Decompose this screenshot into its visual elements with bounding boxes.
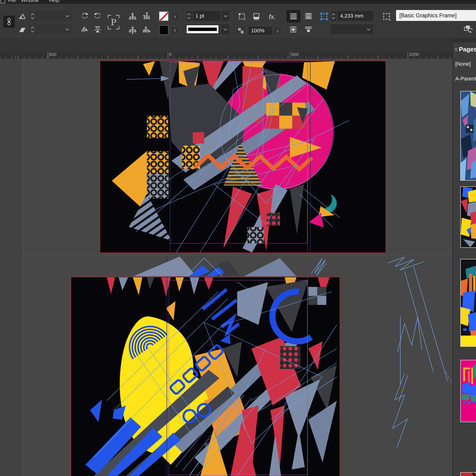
page-thumbnail-1[interactable]	[460, 91, 476, 181]
chevron-down-icon	[223, 15, 228, 18]
chevron-down-icon	[65, 28, 70, 31]
pages-panel-title: Pages	[459, 46, 476, 53]
fill-swatch-black[interactable]	[159, 25, 169, 35]
page-thumbnail-4[interactable]	[460, 360, 476, 422]
object-style-dropdown[interactable]: [Basic Graphics Frame]	[396, 10, 476, 21]
rotate-ccw-button[interactable]	[93, 11, 102, 20]
rotation-angle-field[interactable]	[28, 11, 72, 21]
stroke-swatch-none[interactable]	[159, 11, 169, 21]
menu-file[interactable]: File	[8, 0, 16, 3]
page-thumbnail-5[interactable]	[460, 472, 476, 476]
corner-options-button[interactable]	[238, 12, 247, 21]
divider	[1, 7, 2, 35]
pasteboard-artwork	[0, 59, 452, 476]
pages-panel-header[interactable]: ◊Pages	[455, 46, 476, 53]
opacity-icon	[236, 26, 246, 35]
stroke-style-dropdown[interactable]	[185, 24, 221, 35]
stroke-weight-stepper[interactable]	[185, 11, 192, 21]
frame-fitting-button[interactable]	[319, 12, 329, 21]
jump-object-button[interactable]	[302, 24, 315, 35]
corner-radius-field[interactable]: 4,233 mm	[337, 11, 374, 21]
panel-collapse-icon[interactable]: ◊	[455, 47, 458, 52]
horizontal-ruler[interactable]: 500 0 500 1000	[0, 51, 452, 59]
corner-radius-stepper[interactable]	[330, 11, 337, 21]
redefine-style-button[interactable]	[463, 24, 474, 35]
menu-bar: File Window Help	[0, 0, 476, 4]
ruler-label: 500	[48, 52, 56, 58]
wrap-object-shape-button[interactable]	[287, 24, 300, 35]
chevron-down-icon	[366, 28, 371, 31]
pages-panel: ◊Pages [None] A-Parent	[452, 38, 476, 476]
shear-angle-field[interactable]	[28, 24, 72, 35]
chevron-down-icon	[65, 15, 70, 18]
divider	[319, 7, 319, 35]
effects-button[interactable]: fx.	[266, 12, 279, 22]
master-a-parent[interactable]: A-Parent	[455, 76, 476, 82]
no-text-wrap-button[interactable]	[287, 10, 300, 22]
ruler-label: 1000	[408, 52, 419, 58]
document-canvas[interactable]	[0, 59, 452, 476]
reference-point-proxy[interactable]: P	[107, 14, 120, 30]
stroke-style-chevron[interactable]	[221, 24, 230, 35]
rotate-cw-button[interactable]	[80, 11, 89, 20]
divider	[283, 7, 284, 35]
menu-window[interactable]: Window	[21, 0, 39, 3]
menu-help[interactable]: Help	[49, 0, 59, 3]
divider	[234, 7, 235, 35]
divider	[379, 7, 380, 35]
stroke-weight-field[interactable]: 1 pt	[192, 11, 221, 21]
panel-top-strip	[453, 38, 476, 42]
object-style-icon	[382, 12, 391, 21]
ruler-medium-ticks	[0, 55, 452, 58]
constrain-link-button[interactable]	[3, 16, 15, 28]
chevron-down-icon	[223, 28, 228, 31]
stroke-weight-dropdown[interactable]	[221, 11, 230, 21]
panel-separator	[453, 84, 476, 85]
wrap-bounding-box-button[interactable]	[302, 10, 315, 22]
select-previous-object-button[interactable]	[127, 25, 138, 35]
select-container-button[interactable]	[127, 11, 138, 21]
drop-shadow-button[interactable]	[252, 12, 261, 21]
master-none[interactable]: [None]	[455, 61, 471, 67]
flip-vertical-button[interactable]	[93, 25, 102, 34]
page-thumbnail-2[interactable]	[460, 186, 476, 248]
chain-icon	[6, 17, 12, 26]
select-next-object-button[interactable]	[141, 25, 152, 35]
shear-angle-icon	[18, 27, 26, 33]
opacity-options-button[interactable]: ›	[273, 26, 282, 36]
indesign-window: File Window Help	[0, 0, 476, 476]
opacity-field[interactable]: 100%	[248, 26, 273, 35]
control-panel: P › › 1 pt	[0, 4, 476, 38]
rotation-angle-icon	[18, 13, 26, 20]
select-content-button[interactable]	[141, 11, 152, 21]
ruler-label: 500	[290, 52, 299, 58]
divider	[156, 7, 156, 35]
ruler-label: 0	[168, 52, 171, 58]
page-thumbnail-3[interactable]	[460, 259, 476, 347]
flip-horizontal-button[interactable]	[80, 25, 89, 34]
fitting-dropdown[interactable]	[330, 24, 374, 35]
fill-options-button[interactable]: ›	[170, 26, 179, 35]
app-icon	[0, 0, 5, 3]
stroke-style-preview	[187, 25, 219, 33]
none-slash	[159, 11, 169, 21]
stroke-options-button[interactable]: ›	[170, 12, 179, 21]
divider	[77, 7, 77, 35]
